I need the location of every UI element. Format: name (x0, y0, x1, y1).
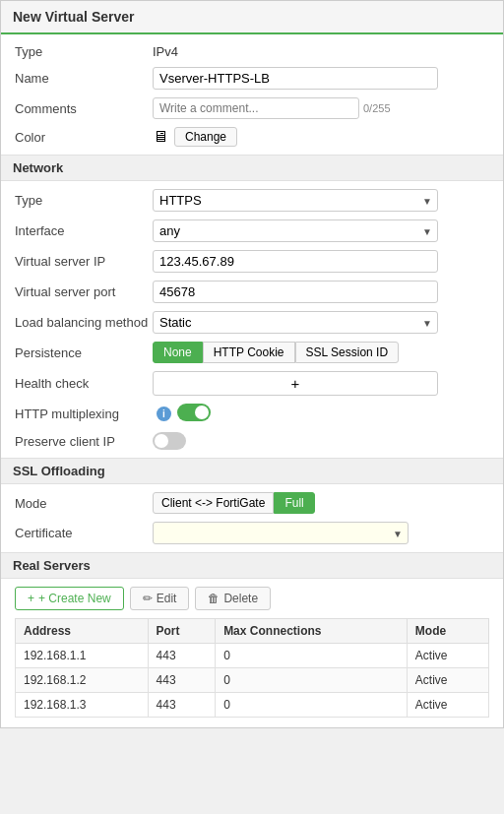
col-address: Address (16, 619, 149, 644)
network-type-label: Type (15, 193, 153, 208)
trash-icon: 🗑 (208, 592, 220, 605)
health-check-add-button[interactable]: + (153, 371, 438, 396)
ssl-mode-row: Mode Client <-> FortiGate Full (15, 492, 489, 514)
persistence-http-cookie-button[interactable]: HTTP Cookie (203, 342, 295, 363)
color-row: Color 🖥 Change (15, 127, 489, 147)
edit-label: Edit (157, 592, 177, 605)
cell-max_conn: 0 (216, 693, 408, 718)
network-type-row: Type HTTPS HTTP TCP UDP ▼ (15, 189, 489, 212)
health-check-label: Health check (15, 376, 153, 391)
virtual-ip-input[interactable] (153, 250, 438, 273)
char-count: 0/255 (363, 102, 391, 114)
interface-select-wrapper: any ▼ (153, 219, 438, 242)
delete-label: Delete (223, 592, 258, 605)
ssl-mode-full-button[interactable]: Full (274, 492, 314, 514)
real-servers-section-header: Real Servers (1, 552, 503, 579)
persistence-ssl-session-id-button[interactable]: SSL Session ID (295, 342, 400, 363)
cell-port: 443 (148, 668, 216, 693)
comments-row: Comments 0/255 (15, 97, 489, 119)
table-row: 192.168.1.14430Active (16, 644, 489, 668)
virtual-ip-label: Virtual server IP (15, 254, 153, 269)
ssl-section-header: SSL Offloading (1, 458, 503, 484)
window-title: New Virtual Server (1, 1, 503, 34)
col-max-connections: Max Connections (216, 619, 408, 644)
cell-address: 192.168.1.1 (16, 644, 149, 668)
preserve-ip-label: Preserve client IP (15, 434, 153, 449)
edit-button[interactable]: ✏ Edit (130, 587, 190, 610)
comments-label: Comments (15, 101, 153, 116)
http-mux-info-icon: i (157, 407, 171, 421)
col-port: Port (148, 619, 216, 644)
virtual-port-label: Virtual server port (15, 284, 153, 299)
http-mux-row: HTTP multiplexing i (15, 404, 489, 424)
persistence-row: Persistence None HTTP Cookie SSL Session… (15, 342, 489, 363)
monitor-icon: 🖥 (153, 128, 168, 146)
interface-label: Interface (15, 223, 153, 238)
table-header-row: Address Port Max Connections Mode (16, 619, 489, 644)
cell-address: 192.168.1.2 (16, 668, 149, 693)
name-input[interactable] (153, 67, 438, 90)
real-servers-content: + + Create New ✏ Edit 🗑 Delete Address P… (15, 587, 489, 718)
name-label: Name (15, 71, 153, 86)
cell-mode: Active (407, 668, 488, 693)
type-value: IPv4 (153, 44, 178, 59)
persistence-buttons: None HTTP Cookie SSL Session ID (153, 342, 399, 363)
col-mode: Mode (407, 619, 488, 644)
change-color-button[interactable]: Change (174, 127, 237, 147)
http-mux-label: HTTP multiplexing (15, 407, 153, 421)
cell-max_conn: 0 (216, 668, 408, 693)
virtual-ip-row: Virtual server IP (15, 250, 489, 273)
ssl-mode-label: Mode (15, 496, 153, 511)
plus-icon: + (28, 592, 34, 605)
interface-row: Interface any ▼ (15, 219, 489, 242)
cell-mode: Active (407, 644, 488, 668)
network-type-select-wrapper: HTTPS HTTP TCP UDP ▼ (153, 189, 438, 212)
certificate-row: Certificate ▼ (15, 522, 489, 544)
virtual-port-input[interactable] (153, 281, 438, 303)
cell-port: 443 (148, 693, 216, 718)
cell-address: 192.168.1.3 (16, 693, 149, 718)
network-type-select[interactable]: HTTPS HTTP TCP UDP (153, 189, 438, 212)
type-label: Type (15, 44, 153, 59)
interface-select[interactable]: any (153, 219, 438, 242)
color-label: Color (15, 130, 153, 145)
persistence-label: Persistence (15, 345, 153, 360)
lb-method-label: Load balancing method (15, 315, 153, 330)
cell-port: 443 (148, 644, 216, 668)
cell-mode: Active (407, 693, 488, 718)
real-servers-table-head: Address Port Max Connections Mode (16, 619, 489, 644)
http-mux-toggle[interactable] (177, 404, 211, 424)
create-new-label: + Create New (38, 592, 111, 605)
edit-icon: ✏ (143, 592, 153, 605)
real-servers-table-body: 192.168.1.14430Active192.168.1.24430Acti… (16, 644, 489, 718)
certificate-select[interactable] (153, 522, 409, 544)
new-virtual-server-window: New Virtual Server Type IPv4 Name Commen… (0, 0, 504, 728)
title-text: New Virtual Server (13, 9, 134, 25)
type-row: Type IPv4 (15, 44, 489, 59)
name-row: Name (15, 67, 489, 90)
network-section-header: Network (1, 155, 503, 181)
lb-method-row: Load balancing method Static Round Robin… (15, 311, 489, 334)
ssl-mode-text: Client <-> FortiGate (153, 492, 274, 514)
real-servers-table: Address Port Max Connections Mode 192.16… (15, 618, 489, 718)
certificate-label: Certificate (15, 526, 153, 540)
delete-button[interactable]: 🗑 Delete (195, 587, 271, 610)
comments-input[interactable] (153, 97, 359, 119)
create-new-button[interactable]: + + Create New (15, 587, 124, 610)
certificate-select-wrapper: ▼ (153, 522, 409, 544)
lb-method-select-wrapper: Static Round Robin Weighted Least Sessio… (153, 311, 438, 334)
preserve-ip-row: Preserve client IP (15, 432, 489, 450)
preserve-ip-toggle-switch[interactable] (153, 432, 186, 450)
http-mux-toggle-switch[interactable] (177, 404, 211, 421)
cell-max_conn: 0 (216, 644, 408, 668)
table-row: 192.168.1.34430Active (16, 693, 489, 718)
health-check-row: Health check + (15, 371, 489, 396)
table-row: 192.168.1.24430Active (16, 668, 489, 693)
real-servers-toolbar: + + Create New ✏ Edit 🗑 Delete (15, 587, 489, 610)
virtual-port-row: Virtual server port (15, 281, 489, 303)
lb-method-select[interactable]: Static Round Robin Weighted Least Sessio… (153, 311, 438, 334)
persistence-none-button[interactable]: None (153, 342, 203, 363)
